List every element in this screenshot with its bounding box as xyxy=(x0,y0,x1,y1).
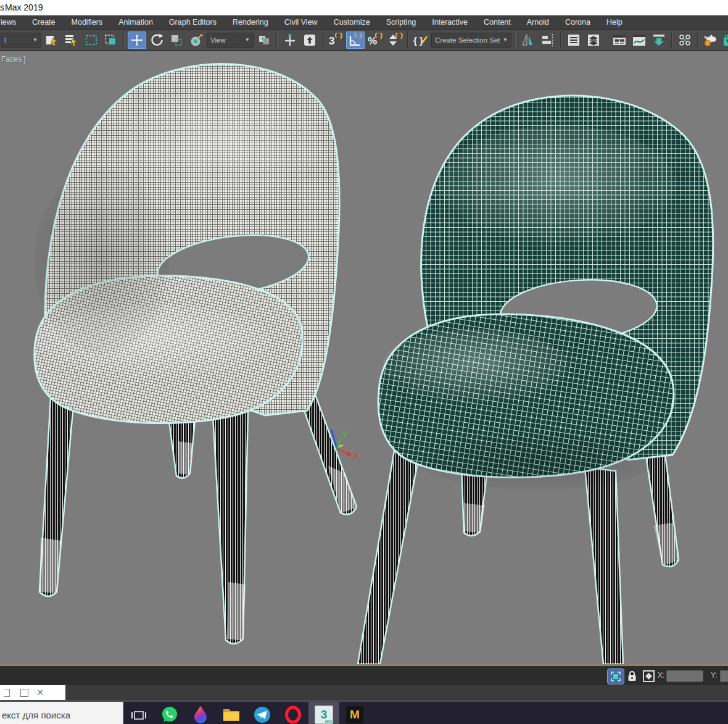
taskbar-icon-whatsapp[interactable] xyxy=(154,702,185,724)
absolute-mode-icon xyxy=(643,670,655,682)
ribbon-button[interactable] xyxy=(610,31,629,49)
crossing-selection-icon xyxy=(104,33,118,48)
taskbar-icon-opera[interactable] xyxy=(278,702,308,724)
named-selection-set-value: Create Selection Set xyxy=(435,36,500,44)
toolbar-separator xyxy=(123,32,125,48)
select-and-manipulate-button[interactable] xyxy=(281,31,299,49)
reference-coordinate-dropdown[interactable]: View ▼ xyxy=(207,33,254,48)
toolbar-separator xyxy=(276,32,278,48)
close-button[interactable]: ✕ xyxy=(32,686,48,699)
move-icon xyxy=(130,33,144,48)
snap-toggle-3d-button[interactable]: 3 xyxy=(326,31,345,49)
menu-bar: iews Create Modifiers Animation Graph Ed… xyxy=(0,15,728,30)
menu-arnold[interactable]: Arnold xyxy=(519,15,557,29)
selection-filter-value: l xyxy=(4,36,6,44)
percent-snap-icon: % xyxy=(367,33,383,48)
rect-region-icon xyxy=(84,33,99,48)
menu-corona[interactable]: Corona xyxy=(557,15,598,29)
use-pivot-center-button[interactable] xyxy=(255,31,273,49)
toolbar-separator xyxy=(515,32,516,48)
menu-scripting[interactable]: Scripting xyxy=(378,15,424,29)
telegram-icon xyxy=(253,705,271,724)
menu-modifiers[interactable]: Modifiers xyxy=(64,15,111,29)
taskbar-icon-3ds-max[interactable]: 3 MAX xyxy=(308,702,339,724)
task-view-icon xyxy=(131,707,147,723)
seat-shadow xyxy=(420,434,654,489)
rectangular-selection-button[interactable] xyxy=(82,31,101,49)
layer-explorer-icon xyxy=(586,33,601,48)
select-object-button[interactable] xyxy=(43,31,61,49)
restore-icon[interactable] xyxy=(0,686,16,699)
crossing-selection-button[interactable] xyxy=(102,31,120,49)
spinner-snap-button[interactable] xyxy=(386,31,404,49)
menu-animation[interactable]: Animation xyxy=(110,15,161,29)
viewport-canvas[interactable]: Y X xyxy=(0,51,728,664)
opera-icon xyxy=(284,705,302,724)
menu-civil-view[interactable]: Civil View xyxy=(276,15,326,29)
keyboard-override-button[interactable] xyxy=(300,31,319,49)
rotate-icon xyxy=(149,33,164,48)
layer-explorer-button[interactable] xyxy=(584,31,603,49)
selection-lock-toggle[interactable] xyxy=(627,668,637,683)
taskbar-search-input[interactable]: екст для поиска xyxy=(0,702,123,724)
3ds-max-icon: 3 MAX xyxy=(315,705,333,724)
menu-customize[interactable]: Customize xyxy=(326,15,378,29)
scale-icon xyxy=(169,33,184,48)
scene-explorer-button[interactable] xyxy=(565,31,583,49)
lock-icon xyxy=(627,670,637,682)
absolute-mode-toggle[interactable] xyxy=(642,668,655,683)
seat-highlight xyxy=(383,329,568,403)
menu-help[interactable]: Help xyxy=(598,15,631,29)
angle-snap-button[interactable] xyxy=(346,31,365,49)
menu-graph-editors[interactable]: Graph Editors xyxy=(161,15,225,29)
rotate-tool-button[interactable] xyxy=(147,31,166,49)
taskbar-icon-m-app[interactable]: M xyxy=(339,702,370,724)
edit-selection-sets-button[interactable]: { } xyxy=(412,31,430,49)
selection-filter-dropdown[interactable]: l ▼ xyxy=(1,33,41,48)
spinner-snap-icon xyxy=(387,33,403,48)
taskbar-search-text: екст для поиска xyxy=(2,710,70,720)
material-editor-button[interactable] xyxy=(676,31,694,49)
taskbar-icon-task-view[interactable] xyxy=(123,702,154,724)
mirror-button[interactable] xyxy=(519,31,537,49)
maximize-button[interactable] xyxy=(16,686,32,699)
align-button[interactable] xyxy=(539,31,557,49)
taskbar-icon-telegram[interactable] xyxy=(247,702,278,724)
maximize-icon xyxy=(20,689,28,697)
pivot-center-icon xyxy=(257,33,271,48)
menu-rendering[interactable]: Rendering xyxy=(225,15,276,29)
svg-text:3: 3 xyxy=(329,35,334,47)
render-setup-button[interactable] xyxy=(701,31,720,49)
leg-cap xyxy=(227,582,246,641)
taskbar-icon-paint-3d[interactable] xyxy=(185,702,216,724)
prompt-bar: ✕ xyxy=(0,685,728,700)
isolate-selection-icon xyxy=(610,670,622,683)
y-coordinate-input[interactable] xyxy=(720,670,728,682)
rendered-frame-window-button[interactable] xyxy=(721,31,728,49)
reference-coordinate-value: View xyxy=(210,36,226,44)
viewport-perspective[interactable]: Y X Faces ] xyxy=(0,51,728,666)
file-explorer-icon xyxy=(222,707,241,723)
select-and-place-button[interactable] xyxy=(187,31,205,49)
chevron-down-icon: ▼ xyxy=(245,37,250,43)
select-by-name-button[interactable] xyxy=(62,31,81,49)
menu-views[interactable]: iews xyxy=(0,15,24,29)
percent-snap-button[interactable]: % xyxy=(366,31,384,49)
schematic-view-button[interactable] xyxy=(650,31,668,49)
named-selection-set-dropdown[interactable]: Create Selection Set ▼ xyxy=(431,33,511,48)
edit-selection-sets-icon: { } xyxy=(413,33,429,48)
scale-tool-button[interactable] xyxy=(167,31,186,49)
curve-editor-button[interactable] xyxy=(630,31,648,49)
select-place-icon xyxy=(189,33,204,48)
curve-editor-icon xyxy=(632,33,647,48)
align-icon xyxy=(540,33,555,48)
isolate-selection-toggle[interactable] xyxy=(607,668,624,684)
angle-snap-icon xyxy=(347,33,363,48)
menu-create[interactable]: Create xyxy=(24,15,64,29)
toolbar-separator xyxy=(606,32,607,48)
menu-content[interactable]: Content xyxy=(476,15,519,29)
taskbar-icon-file-explorer[interactable] xyxy=(216,702,247,724)
move-tool-button[interactable] xyxy=(128,31,146,49)
x-coordinate-input[interactable] xyxy=(666,670,703,682)
menu-interactive[interactable]: Interactive xyxy=(424,15,476,29)
